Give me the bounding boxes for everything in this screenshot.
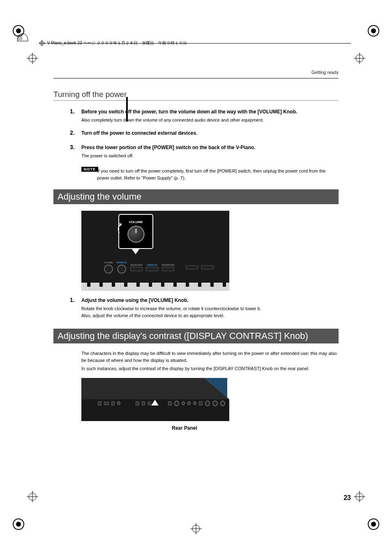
jack-icon bbox=[220, 401, 225, 406]
knob-icon bbox=[117, 265, 126, 274]
step-body-line: Rotate the knob clockwise to increase th… bbox=[81, 305, 339, 312]
usb-icon bbox=[104, 402, 109, 405]
jack-icon bbox=[205, 401, 210, 406]
control-strip: VOLUME AMBIENCE EQUALIZER AMBIENCE bbox=[81, 256, 229, 279]
button-icon bbox=[162, 267, 174, 271]
step-number: 1. bbox=[70, 297, 77, 319]
rear-panel-caption: Rear Panel bbox=[172, 425, 339, 431]
step-3: 3. Press the lower portion of the [POWER… bbox=[70, 144, 339, 159]
volume-callout-label: VOLUME bbox=[129, 220, 143, 224]
header-text: V-Piano_e.book 23 ページ ２００９年１月２８日 水曜日 午前９… bbox=[47, 40, 187, 46]
volume-knob-small: VOLUME bbox=[104, 261, 113, 274]
jack-icon bbox=[212, 401, 217, 406]
section-volume: Adjusting the volume VOLUME VOLUME bbox=[53, 189, 339, 319]
crop-mark-bottom-left bbox=[12, 502, 41, 530]
knob-icon bbox=[104, 265, 113, 274]
step-title: Adjust the volume using the [VOLUME] Kno… bbox=[81, 297, 339, 304]
section-contrast: Adjusting the display's contrast ([DISPL… bbox=[53, 329, 339, 431]
rotate-arrow-icon bbox=[116, 222, 123, 235]
figure-rear-panel: Rear Panel bbox=[81, 378, 339, 431]
step-body-line: Also, adjust the volume of the connected… bbox=[81, 312, 339, 319]
header-target-icon bbox=[39, 40, 45, 46]
jack-icon bbox=[168, 401, 172, 405]
jack-icon bbox=[111, 401, 115, 405]
button-icon bbox=[186, 265, 198, 269]
jack-icon bbox=[98, 401, 101, 405]
heading-adjusting-volume: Adjusting the volume bbox=[53, 189, 339, 204]
heading-rule bbox=[53, 100, 339, 101]
step-body: The power is switched off. bbox=[81, 152, 339, 159]
registration-target-right bbox=[354, 53, 365, 64]
registration-target-br bbox=[354, 491, 365, 502]
note-block: NOTE If you need to turn off the power c… bbox=[81, 165, 339, 181]
svg-point-5 bbox=[16, 522, 21, 527]
crop-mark-bottom-right bbox=[351, 502, 380, 530]
step-body: Also completely turn down the volume of … bbox=[81, 117, 339, 124]
figure-volume-panel: VOLUME VOLUME AMBIENCE bbox=[81, 211, 339, 291]
callout-line bbox=[126, 97, 128, 122]
page-top-rule bbox=[53, 78, 339, 78]
rear-panel-corner bbox=[205, 378, 229, 399]
contrast-body-2: In such instances, adjust the contrast o… bbox=[81, 365, 339, 372]
volume-knob-callout: VOLUME bbox=[118, 214, 153, 249]
heading-display-contrast: Adjusting the display's contrast ([DISPL… bbox=[53, 329, 339, 343]
ambience-knob-small: AMBIENCE bbox=[116, 261, 127, 274]
step-number: 1. bbox=[70, 108, 77, 124]
equalizer-button: EQUALIZER bbox=[130, 264, 143, 271]
registration-target-bl bbox=[27, 491, 38, 502]
section-turning-off: Turning off the power 1. Before you swit… bbox=[53, 90, 339, 181]
jack-icon bbox=[117, 401, 120, 405]
button-icon bbox=[201, 265, 214, 269]
page-number: 23 bbox=[344, 494, 351, 502]
step-title: Press the lower portion of the [POWER] s… bbox=[81, 144, 339, 151]
jack-icon bbox=[187, 401, 191, 405]
transpose-button: TRANSPOSE bbox=[161, 264, 174, 271]
step-1: 1. Before you switch off the power, turn… bbox=[70, 108, 339, 124]
header-filename: V-Piano_e.book 23 ページ ２００９年１月２８日 水曜日 午前９… bbox=[39, 40, 187, 46]
arrow-up-icon bbox=[151, 400, 159, 405]
volume-knob-icon bbox=[127, 226, 145, 243]
registration-target-bottom-center bbox=[190, 523, 202, 534]
step-2: 2. Turn off the power to connected exter… bbox=[70, 129, 339, 138]
jack-icon bbox=[174, 401, 179, 406]
jack-icon bbox=[142, 401, 145, 405]
jack-icon bbox=[193, 401, 196, 405]
arrow-down-icon bbox=[131, 249, 140, 254]
step-number: 3. bbox=[70, 144, 77, 159]
svg-point-3 bbox=[371, 28, 376, 33]
registration-target-left bbox=[27, 53, 38, 64]
ambience-button: AMBIENCE bbox=[146, 264, 158, 271]
running-head: Getting ready bbox=[53, 70, 339, 75]
svg-point-7 bbox=[371, 522, 376, 527]
step-title: Turn off the power to connected external… bbox=[81, 129, 339, 137]
book-page-icon bbox=[16, 32, 29, 42]
step-number: 2. bbox=[70, 129, 77, 138]
button-icon bbox=[146, 267, 158, 271]
note-text: If you need to turn off the power comple… bbox=[97, 168, 339, 181]
display-contrast-knob-icon bbox=[148, 401, 151, 405]
button-icon bbox=[130, 267, 143, 271]
heading-turning-off: Turning off the power bbox=[53, 90, 339, 99]
note-tag: NOTE bbox=[81, 167, 98, 172]
crop-mark-top-right bbox=[351, 25, 380, 53]
rear-panel-jacks bbox=[98, 401, 225, 406]
jack-icon bbox=[199, 401, 203, 405]
volume-step-1: 1. Adjust the volume using the [VOLUME] … bbox=[70, 297, 339, 319]
jack-icon bbox=[136, 401, 139, 405]
step-title: Before you switch off the power, turn th… bbox=[81, 108, 339, 115]
contrast-body-1: The characters in the display may be dif… bbox=[81, 350, 339, 364]
piano-keys-icon bbox=[81, 283, 229, 291]
jack-icon bbox=[182, 401, 185, 405]
